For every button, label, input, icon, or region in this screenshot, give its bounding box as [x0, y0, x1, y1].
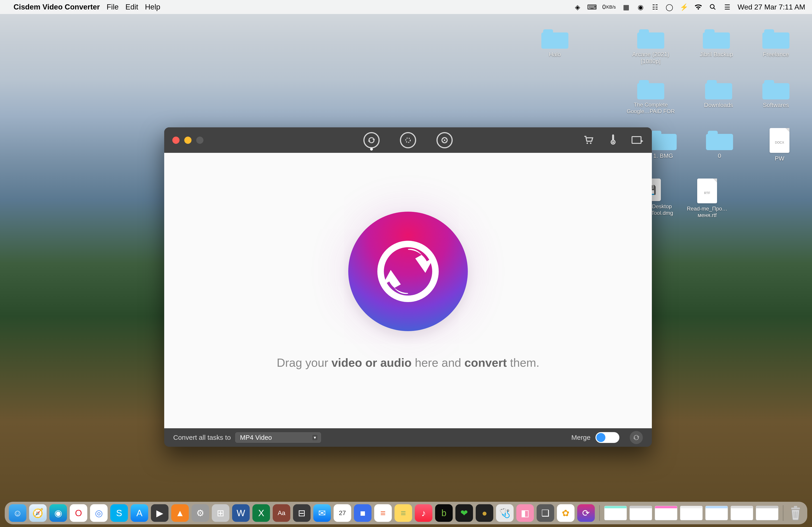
- dock-app-utility[interactable]: 🩺: [496, 504, 513, 522]
- menu-help[interactable]: Help: [145, 3, 160, 11]
- status-search-icon[interactable]: [709, 3, 717, 11]
- app-drop-zone[interactable]: Drag your video or audio here and conver…: [164, 153, 652, 428]
- desktop-label: Freelance: [763, 51, 789, 58]
- dock-app-photos[interactable]: ✿: [557, 504, 575, 522]
- status-network-speed[interactable]: 0KB/s: [602, 3, 616, 11]
- tab-download-icon[interactable]: [400, 132, 416, 148]
- desktop-folder-halo[interactable]: Halo: [541, 29, 568, 58]
- dock-app-edge[interactable]: ◉: [49, 504, 67, 522]
- dock-window-thumb[interactable]: [629, 506, 652, 520]
- dock-app-music[interactable]: ♪: [415, 504, 432, 522]
- thermometer-icon[interactable]: [607, 134, 619, 147]
- dock-app-app-green[interactable]: b: [435, 504, 453, 522]
- dock-app-quicktime[interactable]: ▶: [151, 504, 169, 522]
- dock-app-finder[interactable]: ☺: [9, 504, 26, 522]
- svg-point-11: [612, 141, 614, 143]
- svg-point-10: [590, 142, 592, 144]
- app-footer: Convert all tasks to MP4 Video Merge: [164, 428, 652, 447]
- dock-app-health[interactable]: ❤: [455, 504, 473, 522]
- desktop-folder[interactable]: The Complete Google…PAID FOR: [625, 80, 677, 115]
- status-wifi-icon[interactable]: [694, 3, 702, 11]
- dock-app-parallels[interactable]: ❑: [537, 504, 554, 522]
- dock-app-app-gold[interactable]: ●: [476, 504, 493, 522]
- status-control-center-icon[interactable]: ☰: [723, 3, 731, 11]
- start-convert-button[interactable]: [630, 431, 643, 444]
- svg-point-6: [446, 138, 447, 139]
- dock-window-thumb[interactable]: [604, 506, 627, 520]
- menu-edit[interactable]: Edit: [126, 3, 138, 11]
- dock-app-word[interactable]: W: [232, 504, 250, 522]
- svg-line-16: [794, 511, 794, 518]
- folder-icon: [650, 131, 677, 150]
- desktop-folder[interactable]: Arcane (2021) [1080p]: [625, 29, 677, 65]
- dock: ☺🧭◉O◎SA▶▲⚙⊞WXAa⊟✉27■≡≡♪b❤●🩺◧❑✿⟳: [5, 502, 807, 524]
- tab-dvd-icon[interactable]: [436, 132, 453, 148]
- status-keyboard-icon[interactable]: ⌨: [588, 3, 596, 11]
- dock-app-chrome[interactable]: ◎: [90, 504, 107, 522]
- dock-window-thumb[interactable]: [680, 506, 702, 520]
- dock-app-notes[interactable]: ≡: [394, 504, 412, 522]
- folder-icon: [763, 29, 789, 49]
- menubar-app-name[interactable]: Cisdem Video Converter: [14, 3, 100, 11]
- merge-label: Merge: [571, 434, 591, 441]
- dock-window-thumb[interactable]: [730, 506, 753, 520]
- svg-point-13: [380, 244, 435, 299]
- window-zoom-button[interactable]: [196, 137, 203, 144]
- menubar-datetime[interactable]: Wed 27 Mar 7:11 AM: [738, 3, 805, 11]
- dock-separator: [783, 505, 783, 521]
- dock-app-mail[interactable]: ✉: [313, 504, 331, 522]
- status-screen-icon[interactable]: ▦: [622, 3, 630, 11]
- dock-trash-icon[interactable]: [788, 504, 803, 522]
- dock-app-dictionary[interactable]: Aa: [273, 504, 290, 522]
- app-titlebar: [164, 127, 652, 153]
- desktop-label: Halo: [549, 51, 561, 58]
- status-user-icon[interactable]: ◯: [665, 3, 673, 11]
- dock-app-safari[interactable]: 🧭: [29, 504, 47, 522]
- desktop-folder[interactable]: Softwares: [763, 80, 789, 109]
- desktop-file-docx[interactable]: DOCX PW: [770, 128, 789, 162]
- app-tool-icons: [582, 134, 644, 147]
- status-sync-icon[interactable]: ◉: [637, 3, 644, 11]
- svg-point-5: [443, 138, 444, 139]
- folder-icon: [637, 80, 664, 100]
- window-close-button[interactable]: [172, 137, 179, 144]
- window-minimize-button[interactable]: [184, 137, 191, 144]
- tab-convert-icon[interactable]: [363, 132, 380, 148]
- svg-rect-12: [632, 137, 641, 144]
- dock-app-vlc[interactable]: ▲: [171, 504, 189, 522]
- status-battery-icon[interactable]: ⚡: [680, 3, 688, 11]
- desktop-folder[interactable]: 1. BMG: [650, 131, 677, 160]
- dock-app-appstore[interactable]: A: [131, 504, 148, 522]
- svg-rect-15: [794, 506, 797, 508]
- folder-icon: [706, 131, 733, 150]
- desktop-folder[interactable]: Downloads: [704, 80, 733, 109]
- status-disk-icon[interactable]: ☷: [651, 3, 659, 11]
- dock-app-opera[interactable]: O: [70, 504, 87, 522]
- app-window: Drag your video or audio here and conver…: [164, 127, 652, 447]
- format-select[interactable]: MP4 Video: [235, 432, 321, 443]
- desktop-file-rtf[interactable]: RTF Read-me_Про…меня.rtf: [681, 179, 733, 219]
- desktop-folder[interactable]: 0: [706, 131, 733, 160]
- convert-all-label: Convert all tasks to: [173, 434, 231, 441]
- dock-app-calculator[interactable]: ⊟: [293, 504, 310, 522]
- merge-toggle[interactable]: [595, 432, 619, 443]
- dock-app-skype[interactable]: S: [110, 504, 128, 522]
- dock-app-reminders[interactable]: ≡: [374, 504, 392, 522]
- dock-window-thumb[interactable]: [655, 506, 677, 520]
- desktop-folder[interactable]: Jibril Backup: [700, 29, 733, 58]
- dock-app-app-pink[interactable]: ◧: [516, 504, 534, 522]
- dock-window-thumb[interactable]: [756, 506, 778, 520]
- dock-window-thumb[interactable]: [705, 506, 728, 520]
- desktop-label: Read-me_Про…меня.rtf: [681, 206, 733, 219]
- status-app-icon[interactable]: ◈: [574, 3, 581, 11]
- dock-app-calendar[interactable]: 27: [334, 504, 351, 522]
- desktop-folder[interactable]: Freelance: [763, 29, 789, 58]
- output-folder-icon[interactable]: [631, 134, 644, 147]
- cart-icon[interactable]: [582, 134, 594, 147]
- menu-file[interactable]: File: [107, 3, 119, 11]
- dock-app-cisdem[interactable]: ⟳: [577, 504, 595, 522]
- dock-app-launchpad[interactable]: ⊞: [212, 504, 229, 522]
- dock-app-excel[interactable]: X: [252, 504, 270, 522]
- dock-app-app-blue[interactable]: ■: [354, 504, 372, 522]
- dock-app-settings[interactable]: ⚙: [191, 504, 209, 522]
